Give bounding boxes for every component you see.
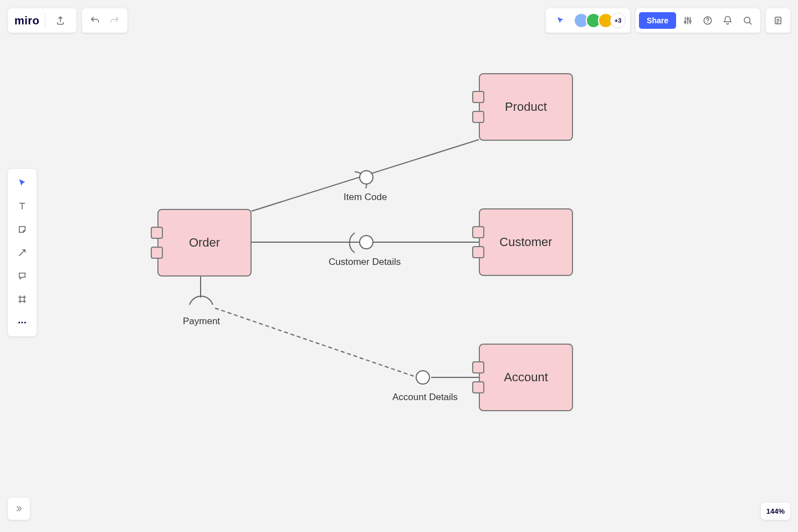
port [472, 246, 484, 258]
port-stack [472, 226, 484, 258]
interface-label-account-details: Account Details [392, 392, 458, 403]
svg-line-9 [215, 308, 416, 377]
component-customer[interactable]: Customer [479, 208, 573, 276]
interface-label-payment: Payment [183, 316, 220, 327]
interface-ball-item-code[interactable] [359, 170, 374, 185]
component-label: Account [504, 370, 548, 385]
port [472, 111, 484, 123]
interface-label-customer-details: Customer Details [329, 257, 401, 268]
port-stack [472, 361, 484, 393]
component-label: Product [505, 100, 547, 114]
port-stack [151, 227, 163, 259]
component-product[interactable]: Product [479, 73, 573, 141]
port [472, 381, 484, 393]
component-account[interactable]: Account [479, 344, 573, 411]
port [472, 361, 484, 374]
interface-ball-customer-details[interactable] [359, 235, 374, 249]
port [472, 226, 484, 238]
interface-ball-account-details[interactable] [416, 370, 430, 385]
component-label: Customer [499, 235, 552, 249]
canvas[interactable]: Order Product Customer Account Item Code… [0, 0, 798, 532]
port [472, 91, 484, 103]
interface-label-item-code: Item Code [344, 192, 387, 203]
component-order[interactable]: Order [157, 209, 252, 277]
port [151, 247, 163, 259]
component-label: Order [189, 236, 220, 250]
port-stack [472, 91, 484, 123]
port [151, 227, 163, 239]
